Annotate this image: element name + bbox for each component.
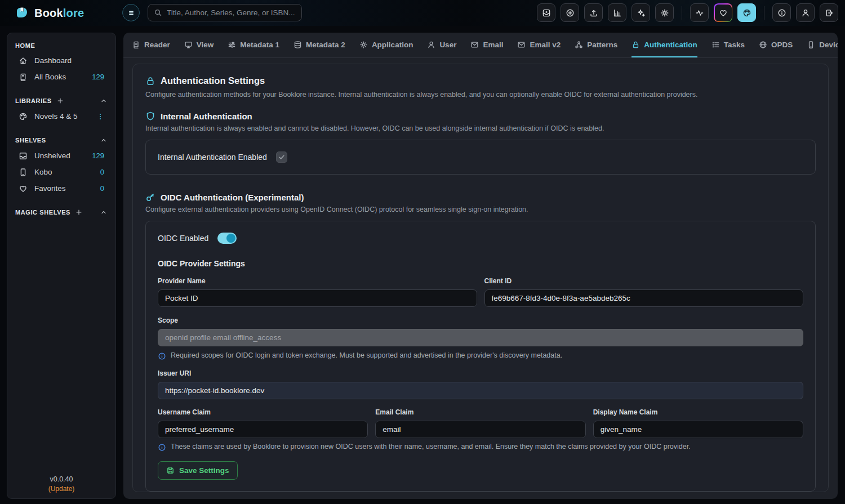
internal-auth-enabled-label: Internal Authentication Enabled: [158, 153, 267, 162]
count-badge: 0: [100, 168, 104, 176]
count-badge: 129: [92, 73, 104, 81]
plus-icon: [56, 97, 64, 105]
settings-button[interactable]: [655, 3, 674, 22]
tab-reader[interactable]: Reader: [132, 33, 170, 57]
count-badge: 0: [100, 184, 104, 193]
count-badge: 129: [92, 151, 104, 160]
lock-icon: [631, 41, 640, 49]
update-link[interactable]: (Update): [7, 485, 115, 493]
client-id-input[interactable]: [484, 289, 804, 307]
activity-button[interactable]: [690, 3, 709, 22]
inbox-in-icon: [542, 8, 551, 17]
save-settings-button[interactable]: Save Settings: [158, 461, 238, 480]
key-icon: [145, 192, 155, 202]
home-icon: [19, 56, 28, 65]
upload-button[interactable]: [584, 3, 603, 22]
heart-icon: [719, 8, 728, 17]
tab-devices[interactable]: Devices: [807, 33, 838, 57]
tab-view[interactable]: View: [184, 33, 214, 57]
main-panel: Reader View Metadata 1 Metadata 2 Applic…: [123, 33, 838, 499]
topbar-actions: [537, 3, 838, 22]
mail-icon: [470, 41, 479, 49]
heart-icon: [19, 184, 28, 193]
collapse-magic-shelves-button[interactable]: [100, 208, 108, 216]
tab-opds[interactable]: OPDS: [759, 33, 793, 57]
library-menu-button[interactable]: [96, 113, 104, 121]
magic-button[interactable]: [631, 3, 650, 22]
user-icon: [801, 8, 810, 17]
inbox-icon: [19, 151, 28, 160]
booklore-logo-icon: [15, 6, 29, 20]
search-box[interactable]: [148, 4, 302, 21]
menu-icon: [127, 8, 136, 17]
internal-auth-enabled-checkbox[interactable]: [276, 151, 287, 163]
search-input[interactable]: [167, 8, 296, 17]
info-button[interactable]: [772, 3, 791, 22]
chevron-up-icon: [100, 136, 108, 144]
oidc-enabled-toggle[interactable]: [217, 233, 237, 244]
sidebar-item-label: Dashboard: [34, 56, 72, 65]
stats-button[interactable]: [608, 3, 626, 22]
username-claim-input[interactable]: [158, 421, 368, 438]
page-description: Configure authentication methods for you…: [145, 91, 816, 99]
plus-icon: [75, 208, 83, 216]
sidebar-item-dashboard[interactable]: Dashboard: [15, 52, 108, 69]
add-library-button[interactable]: [56, 97, 64, 105]
info-icon: [158, 352, 166, 360]
info-icon: [777, 8, 786, 17]
provider-settings-title: OIDC Provider Settings: [158, 259, 803, 268]
collapse-libraries-button[interactable]: [100, 97, 108, 105]
list-check-icon: [711, 41, 720, 49]
sparkles-icon: [637, 8, 646, 17]
tab-application[interactable]: Application: [359, 33, 413, 57]
sidebar-item-all-books[interactable]: All Books 129: [15, 69, 108, 85]
tab-metadata-1[interactable]: Metadata 1: [228, 33, 279, 57]
sidebar-item-kobo[interactable]: Kobo 0: [15, 164, 108, 180]
bar-chart-icon: [613, 8, 622, 17]
tablet-icon: [19, 168, 28, 177]
email-claim-input[interactable]: [375, 421, 585, 438]
client-id-label: Client ID: [484, 277, 804, 285]
palette-icon: [19, 112, 28, 121]
tab-email[interactable]: Email: [470, 33, 503, 57]
theme-button[interactable]: [737, 3, 756, 22]
account-button[interactable]: [796, 3, 815, 22]
provider-name-input[interactable]: [158, 289, 477, 307]
smartphone-icon: [807, 41, 815, 49]
issuer-uri-field: Issuer URI: [158, 369, 803, 399]
sidebar-item-label: All Books: [34, 73, 66, 81]
section-label: LIBRARIES: [15, 97, 52, 104]
user-icon: [427, 41, 435, 49]
sidebar-item-novels[interactable]: Novels 4 & 5: [15, 108, 108, 124]
tab-authentication[interactable]: Authentication: [631, 33, 697, 57]
inbox-in-button[interactable]: [537, 3, 555, 22]
oidc-auth-description: Configure external authentication provid…: [145, 206, 816, 213]
display-name-claim-input[interactable]: [593, 421, 803, 438]
collapse-shelves-button[interactable]: [100, 136, 108, 144]
sidebar-item-favorites[interactable]: Favorites 0: [15, 180, 108, 197]
activity-icon: [695, 8, 704, 17]
top-bar: Booklore: [0, 0, 845, 26]
tab-user[interactable]: User: [427, 33, 456, 57]
settings-gear-icon: [660, 8, 669, 17]
tab-patterns[interactable]: Patterns: [575, 33, 617, 57]
sidebar-section-libraries: LIBRARIES: [15, 97, 108, 105]
username-claim-label: Username Claim: [158, 408, 368, 416]
version-label: v0.0.40: [7, 475, 115, 483]
sliders-icon: [228, 41, 236, 49]
add-magic-shelf-button[interactable]: [75, 208, 83, 216]
internal-auth-title: Internal Authentication: [161, 111, 252, 121]
scope-note: Required scopes for OIDC login and token…: [158, 351, 803, 360]
tab-metadata-2[interactable]: Metadata 2: [293, 33, 345, 57]
toggle-knob: [226, 234, 235, 243]
sidebar-item-unshelved[interactable]: Unshelved 129: [15, 148, 108, 164]
provider-name-field: Provider Name: [158, 277, 477, 307]
favorites-button[interactable]: [714, 3, 732, 22]
tab-tasks[interactable]: Tasks: [711, 33, 745, 57]
add-button[interactable]: [561, 3, 579, 22]
issuer-uri-input[interactable]: [158, 382, 803, 399]
tab-email-v2[interactable]: Email v2: [517, 33, 561, 57]
app-logo[interactable]: Booklore: [15, 6, 84, 20]
menu-button[interactable]: [122, 4, 140, 21]
logout-button[interactable]: [820, 3, 838, 22]
